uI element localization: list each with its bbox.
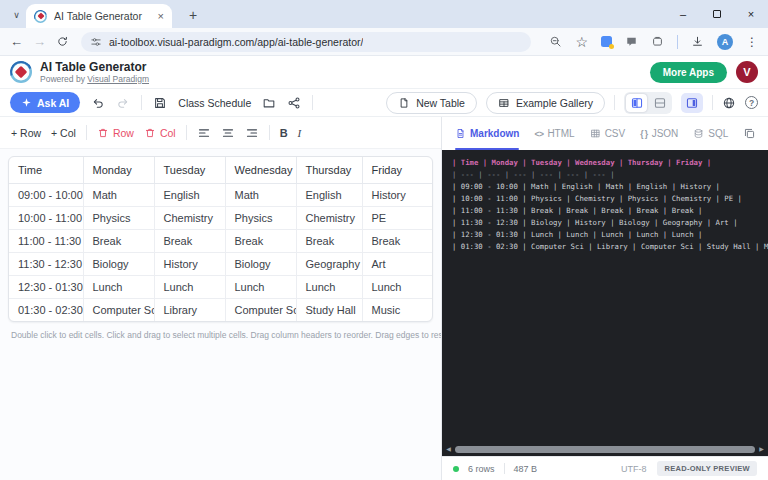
add-row-button[interactable]: + Row (11, 127, 41, 139)
extension-icon[interactable] (601, 36, 612, 47)
table-cell[interactable]: English (296, 183, 362, 206)
table-cell[interactable]: Library (154, 298, 225, 321)
undo-icon[interactable] (91, 96, 105, 110)
table-cell[interactable]: Chemistry (296, 206, 362, 229)
delete-column-button[interactable]: Col (144, 127, 176, 139)
table-cell[interactable]: Lunch (362, 275, 433, 298)
table-cell[interactable]: PE (362, 206, 433, 229)
language-globe-icon[interactable] (722, 96, 736, 110)
split-vertical-button[interactable] (626, 94, 647, 112)
table-cell[interactable]: Break (362, 229, 433, 252)
site-info-icon[interactable] (90, 36, 102, 48)
table-cell[interactable]: 10:00 - 11:00 (9, 206, 83, 229)
ask-ai-button[interactable]: Ask AI (10, 92, 80, 113)
open-folder-icon[interactable] (262, 96, 276, 110)
help-icon[interactable]: ? (745, 96, 758, 109)
forward-icon[interactable]: → (33, 35, 46, 48)
add-column-button[interactable]: + Col (51, 127, 76, 139)
table-cell[interactable]: 11:00 - 11:30 (9, 229, 83, 252)
zoom-out-icon[interactable] (549, 35, 562, 48)
column-header-monday[interactable]: Monday (83, 157, 154, 183)
browser-menu-icon[interactable]: ⋮ (746, 35, 758, 49)
tab-search-button[interactable]: ∨ (9, 7, 24, 22)
table-cell[interactable]: 12:30 - 01:30 (9, 275, 83, 298)
table-cell[interactable]: Study Hall (296, 298, 362, 321)
table-cell[interactable]: English (154, 183, 225, 206)
table-cell[interactable]: Break (83, 229, 154, 252)
new-tab-button[interactable]: + (183, 5, 203, 25)
column-header-thursday[interactable]: Thursday (296, 157, 362, 183)
column-header-wednesday[interactable]: Wednesday (225, 157, 296, 183)
more-apps-button[interactable]: More Apps (650, 62, 727, 83)
trash-icon (97, 127, 109, 139)
share-icon[interactable] (287, 96, 301, 110)
preview-tab-json[interactable]: { }JSON (640, 117, 678, 150)
profile-avatar[interactable]: A (717, 34, 733, 50)
align-right-icon[interactable] (245, 126, 259, 140)
table-cell[interactable]: Music (362, 298, 433, 321)
table-cell[interactable]: History (362, 183, 433, 206)
table-cell[interactable]: Break (154, 229, 225, 252)
table-cell[interactable]: 09:00 - 10:00 (9, 183, 83, 206)
comment-icon[interactable] (625, 35, 638, 48)
browser-tab[interactable]: AI Table Generator × (26, 4, 172, 28)
table-cell[interactable]: Chemistry (154, 206, 225, 229)
delete-row-label: Row (113, 127, 134, 139)
table-cell[interactable]: Lunch (154, 275, 225, 298)
align-center-icon[interactable] (221, 126, 235, 140)
window-maximize-button[interactable] (710, 8, 724, 20)
table-cell[interactable]: Computer Sci (225, 298, 296, 321)
table-cell[interactable]: Physics (83, 206, 154, 229)
save-icon[interactable] (153, 96, 167, 110)
extensions-icon[interactable] (651, 35, 664, 48)
table-cell[interactable]: 01:30 - 02:30 (9, 298, 83, 321)
table-cell[interactable]: Computer Sci (83, 298, 154, 321)
align-left-icon[interactable] (197, 126, 211, 140)
table-cell[interactable]: Biology (225, 252, 296, 275)
tab-close-icon[interactable]: × (158, 10, 164, 22)
scroll-left-icon[interactable]: ◀ (444, 444, 453, 454)
preview-tab-html[interactable]: <>HTML (534, 117, 574, 150)
scroll-right-icon[interactable]: ▶ (757, 444, 766, 454)
column-header-tuesday[interactable]: Tuesday (154, 157, 225, 183)
table-cell[interactable]: Lunch (296, 275, 362, 298)
example-gallery-button[interactable]: Example Gallery (486, 92, 605, 114)
table-cell[interactable]: Geography (296, 252, 362, 275)
table-cell[interactable]: Math (83, 183, 154, 206)
document-name[interactable]: Class Schedule (178, 97, 251, 109)
table-cell[interactable]: Math (225, 183, 296, 206)
table-cell[interactable]: Break (225, 229, 296, 252)
side-panel-toggle[interactable] (681, 93, 703, 113)
visual-paradigm-link[interactable]: Visual Paradigm (87, 74, 149, 84)
table-cell[interactable]: Biology (83, 252, 154, 275)
redo-icon[interactable] (116, 96, 130, 110)
new-table-button[interactable]: New Table (386, 92, 477, 114)
window-close-button[interactable]: × (744, 8, 758, 20)
preview-tab-sql[interactable]: SQL (693, 117, 728, 150)
table-cell[interactable]: History (154, 252, 225, 275)
table-cell[interactable]: Art (362, 252, 433, 275)
preview-tab-markdown[interactable]: Markdown (455, 117, 519, 150)
bookmark-star-icon[interactable]: ☆ (575, 35, 588, 49)
reload-icon[interactable] (56, 35, 69, 48)
split-horizontal-button[interactable] (649, 94, 670, 112)
table-cell[interactable]: Lunch (225, 275, 296, 298)
copy-icon[interactable] (743, 127, 756, 140)
bold-button[interactable]: B (280, 127, 288, 139)
column-header-friday[interactable]: Friday (362, 157, 433, 183)
table-cell[interactable]: Lunch (83, 275, 154, 298)
window-minimize-button[interactable]: – (676, 8, 690, 20)
scrollbar-thumb[interactable] (455, 446, 755, 453)
delete-row-button[interactable]: Row (97, 127, 134, 139)
back-icon[interactable]: ← (10, 35, 23, 48)
table-cell[interactable]: Physics (225, 206, 296, 229)
address-bar[interactable]: ai-toolbox.visual-paradigm.com/app/ai-ta… (81, 32, 531, 52)
preview-tab-csv[interactable]: CSV (590, 117, 626, 150)
italic-button[interactable]: I (298, 127, 302, 139)
horizontal-scrollbar[interactable]: ◀ ▶ (444, 444, 766, 454)
column-header-time[interactable]: Time (9, 157, 83, 183)
table-cell[interactable]: Break (296, 229, 362, 252)
user-avatar[interactable]: V (736, 61, 758, 83)
download-icon[interactable] (691, 35, 704, 48)
table-cell[interactable]: 11:30 - 12:30 (9, 252, 83, 275)
